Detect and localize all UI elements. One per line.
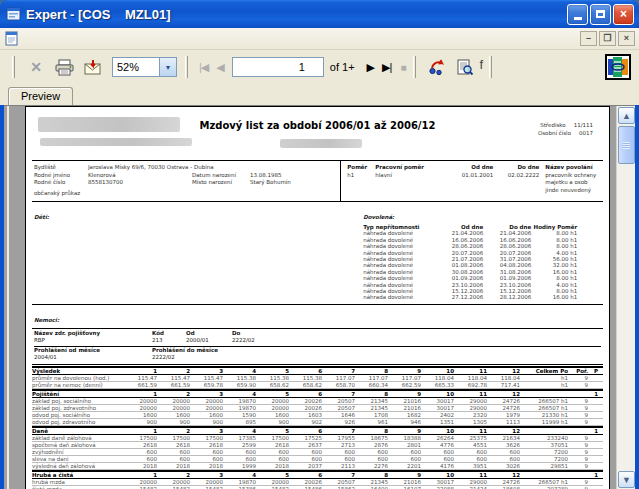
export-button[interactable] — [80, 56, 104, 78]
month-5: 658.62 — [256, 382, 289, 388]
nemoci-label: Nemoci: — [34, 317, 59, 323]
bydliste-label: Bydliště — [34, 164, 88, 172]
preview-toolbar: ✕ 52% ▼ |◀ ◀ of 1+ ▶ ▶| ■ f — [0, 50, 639, 84]
month-5: 5 — [256, 472, 289, 478]
toolbar-gripper[interactable] — [185, 56, 188, 78]
month-10: 2402 — [421, 412, 454, 418]
next-page-button[interactable]: ▶ — [367, 61, 374, 74]
row-por: 9 — [568, 479, 588, 485]
month-11: 25375 — [454, 435, 487, 441]
previous-page-button[interactable]: ◀ — [216, 61, 223, 74]
zoom-select[interactable]: 52% ▼ — [112, 57, 177, 77]
month-3: 17500 — [190, 435, 223, 441]
month-4: 600 — [223, 449, 256, 455]
close-button[interactable]: × — [613, 4, 634, 25]
month-7: 17955 — [322, 435, 355, 441]
od-dne-label: Od dne — [447, 164, 493, 172]
month-1: 900 — [124, 419, 157, 425]
month-10: 26264 — [421, 435, 454, 441]
month-11: 600 — [454, 449, 487, 455]
wage-grid-row: spočtená daň zálohová 2618 2618 2618 259… — [32, 442, 603, 449]
month-4: 1590 — [223, 412, 256, 418]
osobni-cislo-value: 0017 — [579, 129, 593, 137]
month-1: 17500 — [124, 435, 157, 441]
month-1: 1 — [124, 428, 157, 434]
page-number-input[interactable] — [232, 57, 324, 77]
month-7: 7 — [322, 472, 355, 478]
od-label: Od — [186, 330, 232, 338]
vacation-rows: náhrada dovolené 21.04.2006 21.04.2006 8… — [363, 230, 599, 300]
month-12: 717.41 — [487, 382, 520, 388]
month-11: 4551 — [454, 442, 487, 448]
toolbar-gripper[interactable] — [489, 56, 492, 78]
month-4: 895 — [223, 419, 256, 425]
month-4: 1999 — [223, 463, 256, 469]
tab-preview[interactable]: Preview — [8, 87, 73, 105]
print-button[interactable] — [52, 56, 76, 78]
mdi-minimize-button[interactable]: – — [580, 31, 597, 46]
month-3: 3 — [190, 391, 223, 397]
month-3: 115.47 — [190, 375, 223, 381]
document-icon[interactable] — [4, 31, 19, 46]
month-2: 20000 — [157, 479, 190, 485]
month-12: 24726 — [487, 398, 520, 404]
scroll-up-button[interactable]: ▲ — [618, 107, 635, 124]
row-label: zvýhodnění — [32, 449, 124, 455]
month-2: 2618 — [157, 442, 190, 448]
maximize-button[interactable] — [590, 4, 611, 25]
first-page-button[interactable]: |◀ — [199, 61, 208, 74]
stop-button[interactable]: ■ — [400, 62, 406, 73]
month-2: 2 — [157, 391, 190, 397]
scroll-down-button[interactable]: ▼ — [618, 471, 635, 488]
scrollbar-thumb[interactable] — [618, 126, 635, 164]
month-1: 1600 — [124, 412, 157, 418]
last-page-button[interactable]: ▶| — [382, 61, 391, 74]
row-por: 9 — [568, 456, 588, 462]
month-9: 2201 — [388, 463, 421, 469]
report-header: Mzdový list za období 2006/01 až 2006/12… — [32, 115, 603, 161]
month-7: 926 — [322, 419, 355, 425]
month-3: 659.78 — [190, 382, 223, 388]
month-9: 946 — [388, 419, 421, 425]
month-10: 10 — [421, 391, 454, 397]
month-2: 20000 — [157, 405, 190, 411]
month-8: 117.07 — [355, 375, 388, 381]
refresh-icon — [428, 59, 446, 76]
search-button[interactable] — [453, 56, 477, 78]
close-preview-button[interactable]: ✕ — [24, 56, 48, 78]
month-3: 3 — [190, 472, 223, 478]
month-2: 1600 — [157, 412, 190, 418]
wage-grid-row: průměr na nemoc (denní) 661.59 661.59 65… — [32, 382, 603, 389]
crystal-logo-button[interactable] — [605, 54, 631, 80]
month-8: 8 — [355, 391, 388, 397]
mdi-restore-button[interactable]: ❐ — [599, 31, 616, 46]
wage-grid-row: základ poj. sociálního 20000 20000 20000… — [32, 398, 603, 405]
wage-grid-row: výsledná daň zálohová 2018 2018 2018 199… — [32, 463, 603, 470]
mdi-close-icon: × — [624, 34, 629, 43]
children-block: Děti: — [32, 202, 363, 304]
crystal-logo-icon — [608, 57, 628, 77]
month-8: 21345 — [355, 405, 388, 411]
month-9: 21016 — [388, 398, 421, 404]
toolbar-gripper[interactable] — [413, 56, 416, 78]
month-10: 30017 — [421, 479, 454, 485]
minimize-button[interactable] — [567, 4, 588, 25]
clipped-toolbar-icon[interactable]: f — [479, 57, 487, 77]
month-12: 12 — [487, 391, 520, 397]
arrow-down-icon: ▼ — [622, 475, 631, 485]
misto-narozeni-label: Místo narození — [192, 179, 250, 187]
month-1: 20000 — [124, 405, 157, 411]
refresh-button[interactable] — [425, 56, 449, 78]
deti-label: Děti: — [34, 214, 49, 220]
month-6: 6 — [289, 472, 322, 478]
dovolena-label: Dovolená: — [363, 214, 394, 220]
chevron-down-icon[interactable]: ▼ — [159, 58, 176, 76]
month-5: 17500 — [256, 435, 289, 441]
month-7: 600 — [322, 449, 355, 455]
zoom-value: 52% — [113, 61, 159, 73]
toolbar-gripper[interactable] — [12, 56, 15, 78]
month-12: 1979 — [487, 412, 520, 418]
vertical-scrollbar[interactable]: ▲ ▼ — [616, 106, 635, 489]
mdi-close-button[interactable]: × — [618, 31, 635, 46]
month-6: 6 — [289, 391, 322, 397]
